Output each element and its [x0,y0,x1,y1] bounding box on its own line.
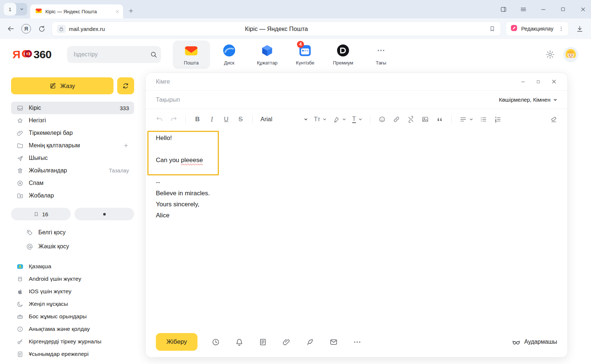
highlight-color-dropdown[interactable] [333,116,346,123]
sidebar-item-my-folders[interactable]: Менің қалталарым [11,139,134,152]
downloads-icon[interactable] [573,22,586,35]
sidebar-item-inbox[interactable]: Кіріс 333 [11,102,134,114]
font-family-dropdown[interactable]: Arial [260,116,308,123]
insert-image-icon[interactable] [421,114,429,125]
subject-field[interactable]: Тақырып [156,97,180,103]
add-folder-icon[interactable] [123,143,129,148]
service-docs[interactable]: Құжаттар [249,41,286,69]
browser-menu-icon[interactable] [518,4,528,14]
quote-icon[interactable] [436,114,444,125]
service-disk[interactable]: Диск [211,41,248,69]
android-download-link[interactable]: Android үшін жүктеу [11,273,134,285]
remove-link-icon[interactable] [407,114,415,125]
search-box[interactable] [67,46,161,63]
insert-link-icon[interactable] [392,114,401,125]
saved-labels-pill[interactable]: 16 [11,208,71,220]
apple-icon [16,288,24,295]
language-link[interactable]: Қазақша [11,260,134,273]
login-journal-link[interactable]: Кіргендерді тіркеу журналы [11,335,134,348]
yandex-360-logo[interactable]: Я 360 [13,48,52,62]
search-icon[interactable] [150,51,157,58]
service-calendar[interactable]: 4 Күнтізбе [287,41,324,69]
align-dropdown[interactable] [459,116,473,123]
to-field[interactable]: Кімге [156,78,170,85]
mail-sidebar: Жазу Кіріс 333 Негізгі Тіркемелері бар [11,77,134,360]
body-blank-line [156,144,557,155]
sidebar-item-drafts[interactable]: Жобалар [11,189,134,202]
service-mail[interactable]: Пошта [173,41,210,69]
cc-from-toggle[interactable]: Көшірмелер, Кімнен [499,97,557,103]
add-mailbox-button[interactable]: Жәшік қосу [11,239,134,253]
redo-icon[interactable] [169,114,178,125]
compose-expand-icon[interactable] [536,80,541,84]
panel-toggle-icon[interactable] [498,4,508,14]
add-label-button[interactable]: Белгі қосу [11,225,134,239]
send-button[interactable]: Жіберу [156,333,197,351]
signature-feather-icon[interactable] [306,338,314,346]
footer-link-label: Анықтама және қолдау [29,326,90,332]
edit-kebab-icon[interactable] [557,26,566,32]
underline-button[interactable]: U [222,114,230,125]
page-content: Жазу Кіріс 333 Негізгі Тіркемелері бар [0,70,591,364]
undo-icon[interactable] [155,114,163,125]
browser-tab[interactable]: Кіріс — Яндекс Пошта [30,4,123,18]
text-color-dropdown[interactable]: T [352,116,362,123]
sidebar-item-primary[interactable]: Негізгі [11,114,134,127]
refresh-mail-button[interactable] [117,77,134,94]
recommendation-rules-link[interactable]: Ұсынымдар ережелері [11,348,134,360]
address-bar[interactable]: mail.yandex.ru Кіріс — Яндекс Пошта [52,21,501,36]
italic-button[interactable]: I [208,114,216,125]
compose-close-icon[interactable] [551,78,557,85]
sidebar-item-with-attachments[interactable]: Тіркемелері бар [11,127,134,139]
search-input[interactable] [74,51,150,58]
lock-icon[interactable] [57,25,66,33]
refresh-icon[interactable] [36,23,47,34]
ios-download-link[interactable]: IOS үшін жүктеу [11,285,134,298]
window-minimize-icon[interactable] [538,4,548,14]
schedule-send-icon[interactable] [211,338,220,346]
window-maximize-icon[interactable] [558,4,568,14]
service-premium[interactable]: Премиум [325,41,362,69]
template-icon[interactable] [259,338,267,346]
message-body[interactable]: Hello! Can you pleeese -- Believe in mir… [146,130,567,221]
tab-close-icon[interactable] [115,10,119,14]
more-options-icon[interactable] [353,338,361,346]
logo-360-mark-icon [21,48,32,62]
emoji-icon[interactable] [378,114,386,125]
help-support-link[interactable]: Анықтама және қолдау [11,323,134,335]
sidebar-item-trash[interactable]: Жойылғандар Тазалау [11,164,134,177]
back-icon[interactable] [5,23,16,34]
tab-group-chevron-icon[interactable] [16,7,27,11]
eraser-icon[interactable] [550,114,558,125]
numbered-list-icon[interactable] [494,114,502,125]
misspelled-word: pleeese [181,157,203,164]
service-more[interactable]: Тағы [363,41,400,69]
tab-group[interactable]: 1 [4,3,27,15]
attach-file-icon[interactable] [282,338,291,346]
compose-button[interactable]: Жазу [11,77,113,94]
clear-trash-link[interactable]: Тазалау [109,168,129,174]
settings-gear-icon[interactable] [545,50,555,59]
bold-button[interactable]: B [193,114,202,125]
labels-dot-pill[interactable] [74,208,134,220]
user-avatar[interactable] [563,47,578,62]
sidebar-item-spam[interactable]: Спам [11,177,134,189]
light-version-link[interactable]: Жеңіл нұсқасы [11,298,134,310]
translator-button[interactable]: Аудармашы [512,337,557,346]
new-tab-button[interactable] [125,5,136,16]
window-close-icon[interactable] [578,4,588,14]
notification-bell-icon[interactable] [235,338,244,346]
compose-minimize-icon[interactable] [520,79,526,84]
docs-service-icon [260,43,274,57]
envelope-icon[interactable] [329,338,338,346]
font-size-dropdown[interactable]: Tт [314,116,326,123]
sidebar-item-sent[interactable]: Шығыс [11,152,134,164]
paper-plane-icon [16,155,24,162]
bookmark-icon[interactable] [489,25,496,32]
yandex-logo-icon[interactable]: Я [21,23,32,34]
tab-group-count[interactable]: 1 [4,3,16,15]
vacancies-link[interactable]: Бос жұмыс орындары [11,310,134,323]
bullet-list-icon[interactable] [479,114,487,125]
edit-mode-button[interactable]: Редакциялау [506,21,569,36]
strikethrough-button[interactable]: S [237,114,245,125]
